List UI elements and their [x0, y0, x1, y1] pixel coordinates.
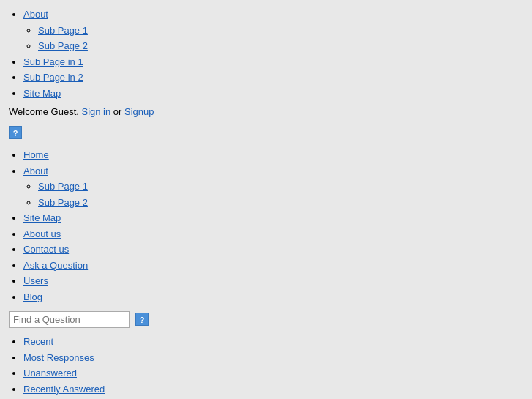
main-nav-link-home[interactable]: Home [23, 149, 49, 160]
question-icon-top: ? [9, 123, 523, 142]
filter-nav-item-recent: Recent [23, 335, 523, 349]
main-nav-item-askquestion: Ask a Question [23, 258, 523, 273]
filter-nav: Recent Most Responses Unanswered Recentl… [9, 335, 523, 396]
main-nav-item-contactus: Contact us [23, 242, 523, 257]
signup-link[interactable]: Signup [124, 106, 154, 117]
top-nav-link-sitemap[interactable]: Site Map [23, 88, 61, 99]
filter-nav-item-mostresponses: Most Responses [23, 351, 523, 365]
top-nav-item-subpage2: Sub Page in 2 [23, 70, 523, 85]
main-nav: Home About Sub Page 1 Sub Page 2 Site Ma… [9, 148, 523, 304]
main-nav-item-blog: Blog [23, 290, 523, 305]
main-nav-link-users[interactable]: Users [23, 275, 48, 286]
filter-nav-link-recent[interactable]: Recent [23, 336, 53, 347]
main-nav-subitem-1: Sub Page 1 [38, 179, 523, 194]
main-nav-link-askquestion[interactable]: Ask a Question [23, 260, 88, 271]
top-nav-list: About Sub Page 1 Sub Page 2 Sub Page in … [9, 7, 523, 100]
welcome-or: or [113, 106, 124, 117]
main-nav-link-sitemap[interactable]: Site Map [23, 212, 61, 223]
search-input[interactable] [9, 311, 130, 328]
top-nav-sublink-1[interactable]: Sub Page 1 [38, 25, 88, 36]
search-section: ? [9, 310, 523, 329]
filter-nav-item-unanswered: Unanswered [23, 366, 523, 381]
top-nav-link-subpage1[interactable]: Sub Page in 1 [23, 56, 83, 67]
top-nav: About Sub Page 1 Sub Page 2 Sub Page in … [9, 7, 523, 100]
filter-nav-link-unanswered[interactable]: Unanswered [23, 368, 77, 379]
top-nav-sublist-about: Sub Page 1 Sub Page 2 [23, 23, 523, 53]
welcome-section: Welcome Guest. Sign in or Signup [9, 106, 523, 117]
filter-nav-link-recentlyanswered[interactable]: Recently Answered [23, 384, 105, 395]
top-nav-item-sitemap: Site Map [23, 86, 523, 101]
top-nav-link-subpage2[interactable]: Sub Page in 2 [23, 72, 83, 83]
main-nav-link-blog[interactable]: Blog [23, 291, 42, 302]
main-nav-item-aboutus: About us [23, 227, 523, 242]
main-nav-item-about: About Sub Page 1 Sub Page 2 [23, 164, 523, 210]
help-icon-search[interactable]: ? [135, 313, 149, 326]
top-nav-subitem-2: Sub Page 2 [38, 39, 523, 53]
help-icon-top[interactable]: ? [9, 126, 22, 139]
top-nav-sublink-2[interactable]: Sub Page 2 [38, 40, 88, 51]
main-nav-subitem-2: Sub Page 2 [38, 195, 523, 210]
main-nav-link-about[interactable]: About [23, 165, 48, 176]
filter-nav-item-recentlyanswered: Recently Answered [23, 382, 523, 397]
main-nav-link-aboutus[interactable]: About us [23, 228, 61, 239]
main-nav-item-users: Users [23, 274, 523, 288]
welcome-text: Welcome Guest. [9, 106, 81, 117]
main-nav-item-home: Home [23, 148, 523, 163]
main-nav-sublink-2[interactable]: Sub Page 2 [38, 197, 88, 208]
main-nav-link-contactus[interactable]: Contact us [23, 244, 69, 255]
signin-link[interactable]: Sign in [81, 106, 110, 117]
top-nav-subitem-1: Sub Page 1 [38, 23, 523, 38]
main-nav-sublist-about: Sub Page 1 Sub Page 2 [23, 179, 523, 209]
main-nav-list: Home About Sub Page 1 Sub Page 2 Site Ma… [9, 148, 523, 304]
top-nav-link-about[interactable]: About [23, 9, 48, 20]
main-nav-sublink-1[interactable]: Sub Page 1 [38, 181, 88, 192]
top-nav-item-about: About Sub Page 1 Sub Page 2 [23, 7, 523, 53]
filter-nav-list: Recent Most Responses Unanswered Recentl… [9, 335, 523, 396]
top-nav-item-subpage1: Sub Page in 1 [23, 55, 523, 70]
main-nav-item-sitemap: Site Map [23, 211, 523, 225]
filter-nav-link-mostresponses[interactable]: Most Responses [23, 352, 94, 363]
